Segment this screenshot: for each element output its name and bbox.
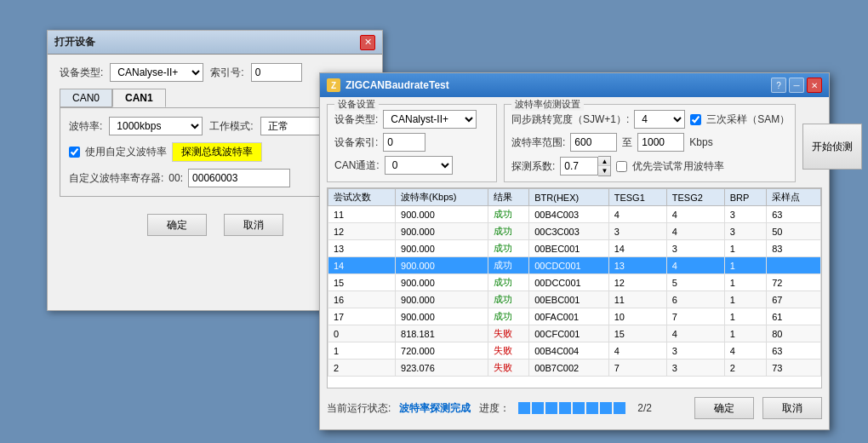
cell-sample: 73 xyxy=(767,360,821,377)
sjw-row: 同步跳转宽度（SJW+1）: 4 三次采样（SAM） xyxy=(511,110,790,129)
cell-sample xyxy=(767,257,821,274)
cell-id: 15 xyxy=(328,274,396,291)
cell-btr: 00B4C003 xyxy=(529,206,608,223)
cell-sample: 67 xyxy=(767,291,821,308)
cell-tesg1: 13 xyxy=(608,257,666,274)
main-confirm-btn[interactable]: 确定 xyxy=(694,397,754,419)
cell-baudrate: 720.000 xyxy=(396,342,488,360)
cell-result: 失败 xyxy=(488,325,529,342)
cell-baudrate: 900.000 xyxy=(396,223,488,240)
reg-input[interactable] xyxy=(188,169,290,187)
table-row[interactable]: 1 720.000 失败 00B4C004 4 3 4 63 xyxy=(328,342,821,360)
table-row[interactable]: 2 923.076 失败 00B7C002 7 3 2 73 xyxy=(328,360,821,377)
prefer-checkbox[interactable] xyxy=(616,161,627,172)
range-from-input[interactable] xyxy=(570,133,617,152)
col-baudrate: 波特率(Kbps) xyxy=(396,189,488,206)
progress-block xyxy=(559,402,571,414)
table-row[interactable]: 15 900.000 成功 00DCC001 12 5 1 72 xyxy=(328,274,821,291)
table-row[interactable]: 14 900.000 成功 00CDC001 13 4 1 xyxy=(328,257,821,274)
sampling-label: 三次采样（SAM） xyxy=(706,112,790,127)
cell-baudrate: 900.000 xyxy=(396,206,488,223)
sampling-checkbox[interactable] xyxy=(690,114,701,125)
cell-tesg2: 3 xyxy=(666,240,724,257)
main-device-index-row: 设备索引: xyxy=(334,133,489,152)
col-btr: BTR(HEX) xyxy=(529,189,608,206)
reg-row: 自定义波特率寄存器: 00: xyxy=(69,169,361,187)
range-to-input[interactable] xyxy=(637,133,684,152)
cell-result: 成功 xyxy=(488,308,529,325)
top-panels: 设备设置 设备类型: CANalyst-II+ 设备索引: CAN通道: 0 xyxy=(327,104,822,182)
cell-brp: 1 xyxy=(724,274,766,291)
main-device-type-select[interactable]: CANalyst-II+ xyxy=(383,110,477,129)
minimize-btn[interactable]: ─ xyxy=(789,78,804,93)
progress-block xyxy=(614,402,625,414)
cell-tesg1: 4 xyxy=(608,342,666,360)
col-result: 结果 xyxy=(488,189,529,206)
baudrate-settings-legend: 波特率侦测设置 xyxy=(511,98,584,111)
table-container: 尝试次数 波特率(Kbps) 结果 BTR(HEX) TESG1 TESG2 B… xyxy=(327,187,822,388)
table-row[interactable]: 0 818.181 失败 00CFC001 15 4 1 80 xyxy=(328,325,821,342)
main-cancel-btn[interactable]: 取消 xyxy=(762,397,822,419)
table-row[interactable]: 17 900.000 成功 00FAC001 10 7 1 61 xyxy=(328,308,821,325)
table-row[interactable]: 13 900.000 成功 00BEC001 14 3 1 83 xyxy=(328,240,821,257)
progress-block xyxy=(545,402,557,414)
main-device-index-input[interactable] xyxy=(383,133,425,152)
main-title: Z ZIGCANBaudrateTest xyxy=(327,78,449,92)
col-sample: 采样点 xyxy=(767,189,821,206)
cell-sample: 63 xyxy=(767,342,821,360)
spin-up-btn[interactable]: ▲ xyxy=(598,157,610,166)
coeff-input[interactable] xyxy=(560,157,598,175)
baudrate-select[interactable]: 1000kbps xyxy=(109,117,203,135)
progress-block xyxy=(518,402,530,414)
table-row[interactable]: 12 900.000 成功 00C3C003 3 4 3 50 xyxy=(328,223,821,240)
sjw-select[interactable]: 4 xyxy=(634,110,685,129)
device-settings-legend: 设备设置 xyxy=(334,98,379,111)
cell-tesg1: 3 xyxy=(608,223,666,240)
cell-tesg2: 3 xyxy=(666,342,724,360)
range-unit: Kbps xyxy=(689,136,712,148)
bg-dialog-close-btn[interactable]: ✕ xyxy=(360,35,375,50)
main-can-channel-label: CAN通道: xyxy=(334,158,380,173)
index-input[interactable] xyxy=(251,63,302,82)
main-dialog: Z ZIGCANBaudrateTest ? ─ ✕ 设备设置 设备类型: CA… xyxy=(319,72,830,430)
close-btn[interactable]: ✕ xyxy=(807,78,822,93)
tab-can0[interactable]: CAN0 xyxy=(60,89,112,107)
progress-block xyxy=(586,402,598,414)
cell-brp: 3 xyxy=(724,223,766,240)
index-label: 索引号: xyxy=(210,66,243,80)
cell-id: 1 xyxy=(328,342,396,360)
table-row[interactable]: 16 900.000 成功 00EBC001 11 6 1 67 xyxy=(328,291,821,308)
bg-cancel-btn[interactable]: 取消 xyxy=(224,214,283,236)
cell-btr: 00BEC001 xyxy=(529,240,608,257)
cell-tesg2: 7 xyxy=(666,308,724,325)
bg-confirm-btn[interactable]: 确定 xyxy=(147,214,207,236)
main-can-channel-select[interactable]: 0 xyxy=(385,156,453,175)
cell-sample: 83 xyxy=(767,240,821,257)
device-type-select[interactable]: CANalyse-II+ xyxy=(110,63,203,82)
range-label: 波特率范围: xyxy=(511,135,565,150)
custom-baudrate-row: 使用自定义波特率 探测总线波特率 xyxy=(69,142,361,162)
spin-down-btn[interactable]: ▼ xyxy=(598,166,610,175)
cell-tesg2: 5 xyxy=(666,274,724,291)
cell-tesg2: 4 xyxy=(666,206,724,223)
bottom-bar: 当前运行状态: 波特率探测完成 进度： 2/2 确定 取消 xyxy=(327,394,822,423)
cell-result: 成功 xyxy=(488,291,529,308)
cell-baudrate: 900.000 xyxy=(396,257,488,274)
cell-brp: 1 xyxy=(724,240,766,257)
work-mode-label: 工作模式: xyxy=(209,119,253,134)
main-device-type-row: 设备类型: CANalyst-II+ xyxy=(334,110,489,129)
detect-btn[interactable]: 开始侦测 xyxy=(802,124,862,170)
cell-baudrate: 923.076 xyxy=(396,360,488,377)
progress-bar xyxy=(518,402,625,414)
detect-baudrate-btn[interactable]: 探测总线波特率 xyxy=(172,142,262,162)
custom-baudrate-checkbox[interactable] xyxy=(69,147,80,158)
cell-tesg1: 14 xyxy=(608,240,666,257)
col-tesg2: TESG2 xyxy=(666,189,724,206)
help-btn[interactable]: ? xyxy=(771,78,786,93)
status-bar-label: 当前运行状态: xyxy=(327,401,391,416)
col-tesg1: TESG1 xyxy=(608,189,666,206)
table-row[interactable]: 11 900.000 成功 00B4C003 4 4 3 63 xyxy=(328,206,821,223)
cell-brp: 1 xyxy=(724,291,766,308)
cell-baudrate: 900.000 xyxy=(396,240,488,257)
tab-can1[interactable]: CAN1 xyxy=(112,89,166,107)
